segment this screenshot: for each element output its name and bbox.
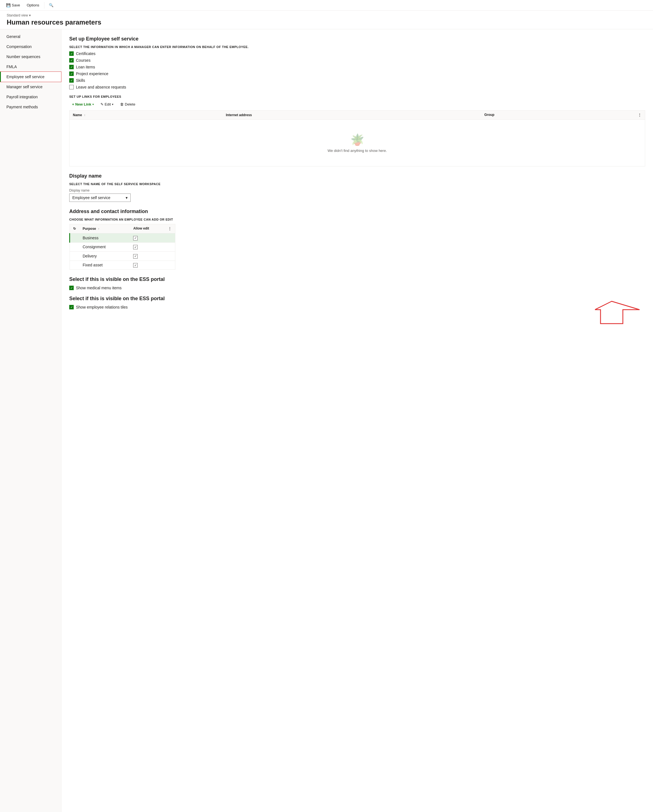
page-header: Standard view ▾ Human resources paramete… [0,11,653,29]
sidebar-item-fmla[interactable]: FMLA [0,62,61,72]
new-link-chevron-icon: ▾ [92,103,94,106]
options-button[interactable]: Options [24,2,42,9]
refresh-icon[interactable]: ↻ [73,227,76,230]
table-row[interactable]: Business [70,234,175,243]
address-subtitle: CHOOSE WHAT INFORMATION AN EMPLOYEE CAN … [69,218,645,221]
allow-edit-fixed-asset [130,261,175,270]
checkbox-courses: Courses [69,58,645,63]
save-icon: 💾 [6,3,11,7]
col-group: Group ⋮ [481,111,645,120]
delete-button[interactable]: 🗑 Delete [117,101,138,107]
ess-portal-section-2: Select if this is visible on the ESS por… [69,296,645,327]
employee-relations-checkbox[interactable] [69,305,74,309]
checkbox-skills: Skills [69,78,645,82]
display-name-dropdown[interactable]: Employee self service ▾ [69,194,131,202]
project-experience-checkbox[interactable] [69,72,74,76]
certificates-checkbox[interactable] [69,51,74,56]
plus-icon: + [72,102,74,106]
checkbox-loan-items: Loan items [69,65,645,69]
more-options-icon[interactable]: ⋮ [638,113,642,117]
col-internet-address: Internet address [223,111,481,120]
row-indicator [70,243,79,252]
sidebar-item-manager-self-service[interactable]: Manager self service [0,82,61,92]
edit-button[interactable]: ✎ Edit ▾ [98,101,116,107]
sidebar-item-payroll-integration[interactable]: Payroll integration [0,92,61,102]
display-name-field-label: Display name [69,188,645,192]
ess-portal-section-1: Select if this is visible on the ESS por… [69,276,645,290]
address-section: Address and contact information CHOOSE W… [69,209,645,270]
loan-items-checkbox[interactable] [69,65,74,69]
medical-menu-checkbox[interactable] [69,285,74,290]
leave-absence-checkbox[interactable] [69,85,74,89]
table-row[interactable]: Delivery [70,252,175,261]
empty-state-row: 🪴 We didn't find anything to show here. [70,120,645,166]
purpose-delivery: Delivery [79,252,130,261]
display-name-section: Display name SELECT THE NAME OF THE SELF… [69,173,645,202]
row-indicator [70,261,79,270]
courses-checkbox[interactable] [69,58,74,63]
display-name-subtitle: SELECT THE NAME OF THE SELF SERVICE WORK… [69,182,645,186]
allow-edit-delivery [130,252,175,261]
name-sort-icon[interactable]: ↑ [84,114,85,117]
links-table: Name ↑ Internet address Group ⋮ [69,110,645,166]
purpose-business: Business [79,234,130,243]
skills-checkbox[interactable] [69,78,74,82]
save-button[interactable]: 💾 Save [3,2,23,9]
red-arrow-annotation [595,299,639,327]
employee-relations-checkbox-row: Show employee relations tiles [69,305,165,309]
purpose-fixed-asset: Fixed asset [79,261,130,270]
toolbar-divider [44,2,44,9]
checkbox-project-experience: Project experience [69,72,645,76]
delete-icon: 🗑 [120,102,124,106]
links-section: SET UP LINKS FOR EMPLOYEES + New Link ▾ … [69,95,645,166]
row-indicator [70,252,79,261]
dropdown-chevron-icon: ▾ [126,195,128,200]
search-icon: 🔍 [49,3,53,7]
col-refresh: ↻ [70,224,79,234]
fixed-asset-checkbox[interactable] [133,263,137,267]
edit-icon: ✎ [101,102,104,106]
checkbox-certificates: Certificates [69,51,645,56]
ess-portal-1-title: Select if this is visible on the ESS por… [69,276,645,282]
sidebar-item-general[interactable]: General [0,32,61,41]
purpose-sort-icon[interactable]: ↑ [98,227,99,230]
purpose-consignment: Consignment [79,243,130,252]
allow-edit-consignment [130,243,175,252]
table-row[interactable]: Consignment [70,243,175,252]
display-name-title: Display name [69,173,645,179]
search-button[interactable]: 🔍 [47,2,56,9]
business-checkbox[interactable] [133,236,137,240]
col-name: Name ↑ [70,111,223,120]
sidebar: General Compensation Number sequences FM… [0,29,61,812]
main-layout: General Compensation Number sequences FM… [0,29,653,812]
setup-title: Set up Employee self service [69,36,645,42]
sidebar-item-number-sequences[interactable]: Number sequences [0,52,61,62]
empty-state: 🪴 We didn't find anything to show here. [73,122,642,164]
col-allow-edit: Allow edit ⋮ [130,224,175,234]
table-row[interactable]: Fixed asset [70,261,175,270]
empty-state-icon: 🪴 [84,133,630,146]
medical-menu-checkbox-row: Show medical menu items [69,285,645,290]
address-table: ↻ Purpose ↑ Allow edit ⋮ [69,224,175,270]
setup-section: Set up Employee self service SELECT THE … [69,36,645,89]
links-subtitle: SET UP LINKS FOR EMPLOYEES [69,95,645,98]
row-indicator [70,234,79,243]
sidebar-item-employee-self-service[interactable]: Employee self service [0,72,61,82]
allow-edit-business [130,234,175,243]
consignment-checkbox[interactable] [133,245,137,249]
svg-marker-0 [595,301,639,324]
new-link-button[interactable]: + New Link ▾ [69,101,97,107]
page-title: Human resources parameters [7,18,646,29]
links-toolbar: + New Link ▾ ✎ Edit ▾ 🗑 Delete [69,101,645,107]
standard-view-dropdown[interactable]: Standard view ▾ [7,14,646,17]
toolbar: 💾 Save Options 🔍 [0,0,653,11]
delivery-checkbox[interactable] [133,254,137,259]
edit-chevron-icon: ▾ [112,103,113,106]
content-area: Set up Employee self service SELECT THE … [61,29,653,812]
sidebar-item-payment-methods[interactable]: Payment methods [0,102,61,112]
ess-portal-2-content: Select if this is visible on the ESS por… [69,296,165,311]
sidebar-item-compensation[interactable]: Compensation [0,41,61,52]
col-purpose: Purpose ↑ [79,224,130,234]
address-title: Address and contact information [69,209,645,214]
address-more-icon[interactable]: ⋮ [168,226,172,231]
